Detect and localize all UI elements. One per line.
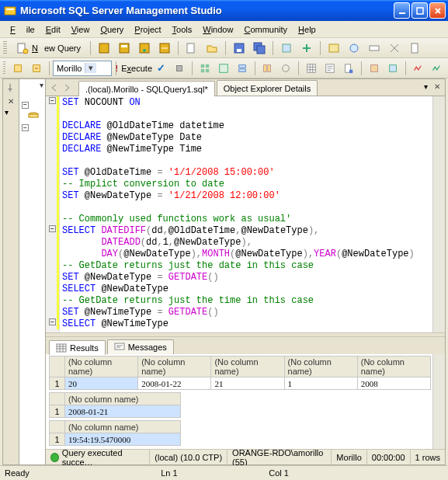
execute-button[interactable]: ! Execute xyxy=(120,60,151,77)
col-header[interactable]: (No column name) xyxy=(357,357,430,377)
tb-btn-4[interactable] xyxy=(155,40,174,57)
tb-btn-13[interactable] xyxy=(385,40,404,57)
minimize-button[interactable] xyxy=(394,2,410,19)
col-header[interactable]: (No column name) xyxy=(138,357,211,377)
table-row[interactable]: 12008-01-21 xyxy=(50,405,181,418)
tb-btn-2[interactable] xyxy=(115,40,134,57)
parse-button[interactable]: ✓ xyxy=(152,60,169,77)
tb2-btn-7[interactable] xyxy=(234,60,251,77)
cell[interactable]: 21 xyxy=(211,377,284,390)
results-scrollbar[interactable] xyxy=(432,354,445,449)
tb2-btn-15[interactable] xyxy=(409,60,426,77)
fold-icon[interactable]: − xyxy=(49,318,56,325)
tab-results[interactable]: Results xyxy=(49,340,106,355)
tab-object-explorer-details[interactable]: Object Explorer Details xyxy=(217,80,318,96)
tb-btn-12[interactable] xyxy=(365,40,384,57)
tb-btn-3[interactable] xyxy=(135,40,154,57)
status-exec: Query executed succe… xyxy=(62,448,144,467)
save-button[interactable] xyxy=(230,40,248,57)
close-tab-icon[interactable]: ✕ xyxy=(434,82,440,93)
tb2-btn-2[interactable] xyxy=(28,60,45,77)
cell[interactable]: 2008-01-21 xyxy=(65,405,181,418)
menu-community[interactable]: Community xyxy=(238,23,293,37)
chevron-down-icon[interactable]: ▾ xyxy=(85,63,96,73)
nav-fwd-icon[interactable] xyxy=(61,82,72,93)
tb-btn-8[interactable] xyxy=(277,40,296,57)
cell[interactable]: 2008 xyxy=(357,377,430,390)
tree-collapse-icon[interactable]: − xyxy=(22,124,29,131)
code-editor[interactable]: − − − SET NOCOUNT ON DECLARE @OldDateTim… xyxy=(46,96,445,332)
tb2-btn-1[interactable] xyxy=(9,60,26,77)
document-area: .(local).Morillo - SQLQuery1.sql* Object… xyxy=(46,78,446,465)
close-icon[interactable]: ✕ xyxy=(8,97,14,106)
server-icon xyxy=(28,112,39,120)
tb-btn-9[interactable] xyxy=(297,40,316,57)
cell[interactable]: 19:54:19.5470000 xyxy=(65,433,181,446)
editor-scrollbar[interactable] xyxy=(432,96,445,332)
status-time: 00:00:00 xyxy=(367,450,411,464)
menu-file[interactable]: File xyxy=(5,23,40,37)
database-combo[interactable]: Morillo ▾ xyxy=(53,61,112,76)
fold-icon[interactable]: − xyxy=(49,97,56,104)
cell[interactable]: 2008-01-22 xyxy=(138,377,211,390)
fold-icon[interactable]: − xyxy=(49,225,56,232)
code-text[interactable]: SET NOCOUNT ON DECLARE @OldDateTime date… xyxy=(60,96,432,332)
tree-collapse-icon[interactable]: − xyxy=(22,102,29,109)
tb2-btn-5[interactable] xyxy=(196,60,214,77)
tb2-btn-16[interactable] xyxy=(428,60,445,77)
menu-tools[interactable]: Tools xyxy=(167,23,198,37)
open-button[interactable] xyxy=(203,40,221,57)
toolbar-grip[interactable] xyxy=(3,41,7,55)
menu-view[interactable]: View xyxy=(66,23,96,37)
results-to-file-button[interactable] xyxy=(340,60,357,77)
tb2-btn-13[interactable] xyxy=(366,60,383,77)
menu-project[interactable]: Project xyxy=(129,23,166,37)
col-header[interactable]: (No column name) xyxy=(211,357,284,377)
pin-icon[interactable] xyxy=(5,82,17,95)
svg-rect-16 xyxy=(257,46,265,54)
tb2-btn-8[interactable] xyxy=(259,60,276,77)
new-query-button[interactable]: New Query xyxy=(11,40,86,57)
tab-messages[interactable]: Messages xyxy=(107,339,174,354)
svg-point-32 xyxy=(283,64,290,71)
tb-btn-10[interactable] xyxy=(325,40,343,57)
col-header[interactable]: (No column name) xyxy=(65,393,181,405)
result-grid-3: (No column name) 119:54:19.5470000 xyxy=(49,420,181,446)
tb-btn-5[interactable] xyxy=(182,40,201,57)
results-to-text-button[interactable] xyxy=(321,60,339,77)
svg-rect-1 xyxy=(6,9,14,10)
save-all-button[interactable] xyxy=(250,40,269,57)
grid-icon xyxy=(56,343,67,353)
chevron-down-icon[interactable]: ▾ xyxy=(5,108,17,120)
svg-rect-38 xyxy=(389,64,396,71)
results-to-grid-button[interactable] xyxy=(303,60,320,77)
col-header[interactable]: (No column name) xyxy=(65,357,138,377)
cell[interactable]: 20 xyxy=(65,377,138,390)
chevron-down-icon[interactable]: ▾ xyxy=(420,82,431,93)
app-status-bar: Ready Ln 1 Col 1 xyxy=(0,465,448,480)
cell[interactable]: 1 xyxy=(284,377,357,390)
nav-back-icon[interactable] xyxy=(49,82,60,93)
tb2-btn-14[interactable] xyxy=(384,60,401,77)
table-row[interactable]: 119:54:19.5470000 xyxy=(50,433,181,446)
menu-window[interactable]: Window xyxy=(197,23,238,37)
tb2-btn-6[interactable] xyxy=(215,60,232,77)
tb-btn-11[interactable] xyxy=(345,40,363,57)
menu-help[interactable]: Help xyxy=(293,23,321,37)
menu-edit[interactable]: Edit xyxy=(40,23,66,37)
svg-rect-30 xyxy=(264,64,267,71)
chevron-down-icon[interactable]: ▾ xyxy=(40,81,43,92)
tb2-btn-9[interactable] xyxy=(277,60,294,77)
tb-btn-1[interactable] xyxy=(95,40,113,57)
tb-btn-14[interactable] xyxy=(405,40,424,57)
table-row[interactable]: 1 20 2008-01-22 21 1 2008 xyxy=(50,377,431,390)
tab-sqlquery[interactable]: .(local).Morillo - SQLQuery1.sql* xyxy=(78,81,215,96)
maximize-button[interactable] xyxy=(412,2,428,19)
menu-query[interactable]: Query xyxy=(95,23,129,37)
toolbar-grip-2[interactable] xyxy=(3,61,5,75)
col-header[interactable]: (No column name) xyxy=(65,421,181,433)
svg-point-10 xyxy=(143,49,146,52)
col-header[interactable]: (No column name) xyxy=(284,357,357,377)
stop-button[interactable] xyxy=(171,60,188,77)
close-button[interactable] xyxy=(429,2,446,19)
